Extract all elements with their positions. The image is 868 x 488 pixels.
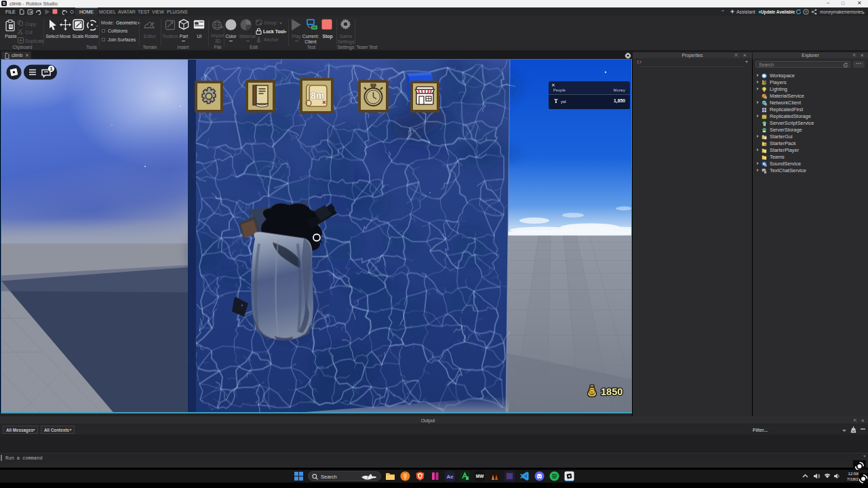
svg-text:Ae: Ae	[446, 474, 454, 480]
svg-text:MW: MW	[476, 474, 484, 479]
svg-text:?: ?	[805, 10, 808, 14]
